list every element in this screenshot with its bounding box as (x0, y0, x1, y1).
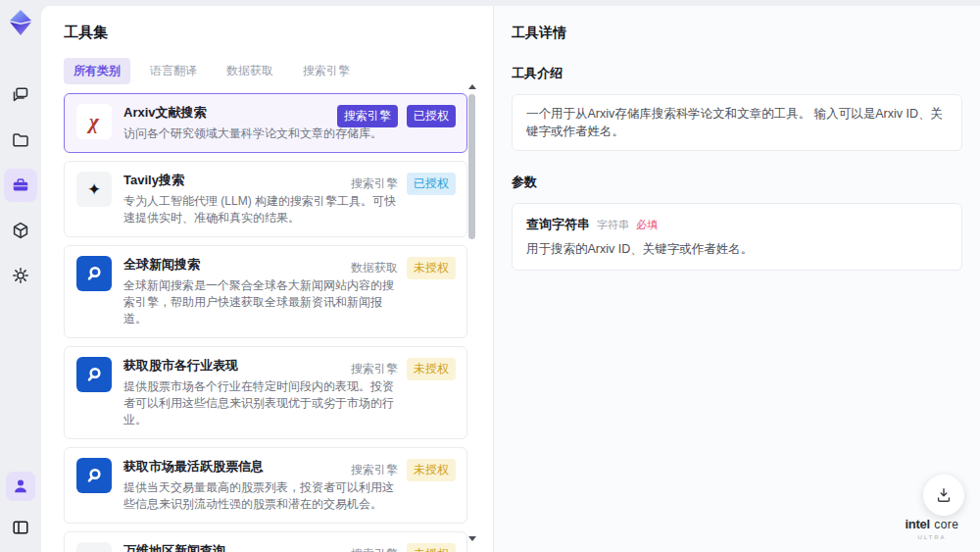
category-badge: 搜索引擎 (337, 105, 398, 127)
tab-search-engine[interactable]: 搜索引擎 (293, 58, 360, 84)
intel-core-logo: intel core ULTRA (898, 518, 966, 543)
scroll-up-icon[interactable] (468, 84, 476, 89)
param-name: 查询字符串 (526, 216, 590, 233)
page-title: 工具集 (64, 24, 493, 42)
category-label: 搜索引擎 (351, 361, 398, 377)
nav-models-button[interactable] (4, 214, 37, 247)
tool-description: 全球新闻搜索是一个聚合全球各大新闻网站内容的搜索引擎，帮助用户快速获取全球最新资… (123, 277, 400, 327)
tavily-icon: ✦ (76, 172, 112, 207)
sidebar-layout-icon (11, 518, 30, 537)
param-required-badge: 必填 (636, 218, 658, 232)
download-button[interactable] (923, 475, 964, 516)
intro-heading: 工具介绍 (512, 65, 962, 82)
user-icon (11, 477, 30, 496)
tab-language-translation[interactable]: 语言翻译 (140, 58, 207, 84)
nav-tools-button[interactable] (4, 169, 37, 202)
scrollbar-thumb[interactable] (468, 94, 475, 239)
tool-description: 提供当天交易量最高的股票列表，投资者可以利用这些信息来识别流动性强的股票和潜在的… (123, 479, 400, 513)
tool-card-global-news[interactable]: 全球新闻搜索 全球新闻搜索是一个聚合全球各大新闻网站内容的搜索引擎，帮助用户快速… (64, 245, 467, 338)
category-tabs: 所有类别 语言翻译 数据获取 搜索引擎 (64, 58, 493, 84)
main-content: 工具集 所有类别 语言翻译 数据获取 搜索引擎 χ Arxiv文献搜索 访问各个… (41, 6, 980, 552)
tool-description: 专为人工智能代理 (LLM) 构建的搜索引擎工具。可快速提供实时、准确和真实的结… (123, 193, 400, 226)
download-icon (934, 485, 954, 505)
tools-panel: 工具集 所有类别 语言翻译 数据获取 搜索引擎 χ Arxiv文献搜索 访问各个… (41, 6, 493, 552)
auth-status-badge: 已授权 (407, 173, 456, 195)
scroll-down-icon[interactable] (468, 536, 476, 541)
param-type: 字符串 (597, 218, 629, 232)
briefcase-icon (11, 176, 30, 195)
news-search-icon (76, 256, 112, 291)
gear-icon (11, 266, 30, 285)
params-heading: 参数 (512, 174, 962, 191)
stock-search-icon (76, 357, 112, 392)
scrollbar[interactable] (466, 82, 478, 543)
category-label: 搜索引擎 (351, 176, 398, 192)
arxiv-icon: χ (76, 104, 112, 139)
auth-status-badge: 已授权 (407, 105, 456, 127)
param-box: 查询字符串 字符串 必填 用于搜索的Arxiv ID、关键字或作者姓名。 (512, 203, 962, 271)
app-logo-icon (6, 8, 35, 37)
tool-details-panel: 工具详情 工具介绍 一个用于从Arxiv存储库搜索科学论文和文章的工具。 输入可… (493, 6, 980, 552)
panel-toggle-button[interactable] (4, 511, 37, 544)
category-label: 搜索引擎 (351, 546, 398, 552)
stock-search-icon (76, 458, 112, 493)
tool-card-regional-news[interactable]: 万维地区新闻查询 查询具体行政区划内的新闻，快速了解各地新闻动态。 搜索引擎 未… (64, 531, 467, 552)
details-title: 工具详情 (512, 25, 962, 42)
category-label: 数据获取 (351, 260, 398, 276)
tool-list: χ Arxiv文献搜索 访问各个研究领域大量科学论文和文章的存储库。 搜索引擎 … (64, 93, 467, 552)
auth-status-badge: 未授权 (407, 257, 456, 279)
auth-status-badge: 未授权 (407, 358, 456, 380)
chat-icon (11, 85, 30, 105)
param-description: 用于搜索的Arxiv ID、关键字或作者姓名。 (526, 241, 948, 258)
auth-status-badge: 未授权 (407, 543, 456, 552)
tool-card-tavily[interactable]: ✦ Tavily搜索 专为人工智能代理 (LLM) 构建的搜索引擎工具。可快速提… (64, 161, 467, 237)
profile-button[interactable] (6, 472, 35, 501)
folder-icon (11, 130, 30, 150)
newspaper-icon (76, 542, 112, 552)
tool-description: 访问各个研究领域大量科学论文和文章的存储库。 (123, 125, 382, 142)
cube-icon (11, 221, 30, 240)
left-rail (0, 0, 41, 552)
auth-status-badge: 未授权 (407, 459, 456, 481)
nav-chat-button[interactable] (4, 78, 37, 112)
tool-card-active-stocks[interactable]: 获取市场最活跃股票信息 提供当天交易量最高的股票列表，投资者可以利用这些信息来识… (64, 447, 467, 524)
tab-all-categories[interactable]: 所有类别 (64, 58, 130, 84)
tool-description: 提供股票市场各个行业在特定时间段内的表现。投资者可以利用这些信息来识别表现优于或… (123, 378, 400, 428)
nav-settings-button[interactable] (4, 259, 37, 292)
nav-files-button[interactable] (4, 124, 37, 157)
tool-card-sector-performance[interactable]: 获取股市各行业表现 提供股票市场各个行业在特定时间段内的表现。投资者可以利用这些… (64, 346, 467, 439)
intro-box: 一个用于从Arxiv存储库搜索科学论文和文章的工具。 输入可以是Arxiv ID… (512, 94, 962, 151)
category-label: 搜索引擎 (351, 462, 398, 478)
tab-data-fetching[interactable]: 数据获取 (217, 58, 283, 84)
tool-card-arxiv[interactable]: χ Arxiv文献搜索 访问各个研究领域大量科学论文和文章的存储库。 搜索引擎 … (64, 93, 467, 153)
